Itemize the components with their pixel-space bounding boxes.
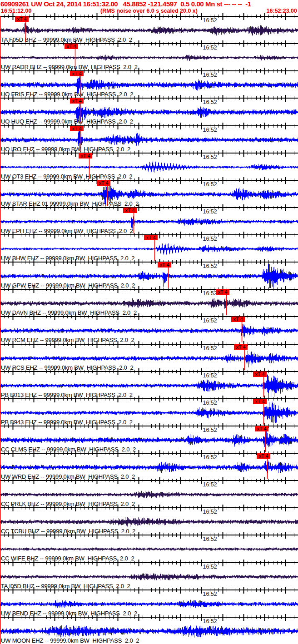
seismic-trace [0,430,298,447]
pick-flag[interactable]: xT 4 [70,98,84,104]
seismic-trace [0,351,298,367]
seismic-trace [0,23,298,35]
pick-flag[interactable]: xT 4 [123,208,137,213]
pick-flag[interactable]: xT 4 [70,71,84,76]
seismic-trace [0,129,298,149]
pick-flag[interactable]: xT 4 [257,453,270,459]
seismic-trace [0,374,298,397]
seismic-trace [0,461,298,473]
seismic-trace [0,103,298,123]
seismic-trace [0,573,298,580]
seismic-trace [0,185,298,205]
pick-flag[interactable]: xT 4 [158,262,171,268]
seismic-trace [0,264,298,288]
pick-flag[interactable]: xT 4 [231,317,245,322]
seismic-trace [0,297,298,309]
pick-flag[interactable]: xT 4 [253,372,267,377]
seismic-trace [0,217,298,231]
pick-flag[interactable]: xT 4 [234,344,248,350]
seismic-trace [0,55,298,61]
seismic-trace [0,243,298,255]
pick-flag[interactable]: xT 4 [253,399,267,404]
trace-plot-area[interactable]: 16:52TA F05D BHZ -- 99999.0km BW HIGHPAS… [0,0,298,644]
seismic-trace [0,74,298,94]
waveform-canvas[interactable] [0,0,298,644]
seismic-trace [0,161,298,173]
seismic-trace [0,625,298,638]
pick-flag[interactable]: xT 4 [15,16,29,22]
pick-flag[interactable]: xT 4 [97,180,110,186]
pick-flag[interactable]: xT 4 [65,44,78,49]
seismogram-viewer: 60909261 UW Oct 24, 2014 16:51:32.00 45.… [0,0,298,644]
seismic-trace [0,491,298,498]
pick-flag[interactable]: xT 4 [255,426,268,431]
seismic-trace [0,548,298,551]
time-ruler [0,13,298,621]
pick-flag[interactable]: xT 4 [70,126,84,131]
seismic-trace [0,599,298,609]
seismic-trace [0,324,298,338]
pick-flag[interactable]: xT 4 [144,235,158,240]
seismic-trace [0,517,298,527]
pick-flag[interactable]: xT 4 [79,153,92,159]
seismic-trace [0,401,298,424]
pick-flag[interactable]: xT 4 [216,289,229,295]
